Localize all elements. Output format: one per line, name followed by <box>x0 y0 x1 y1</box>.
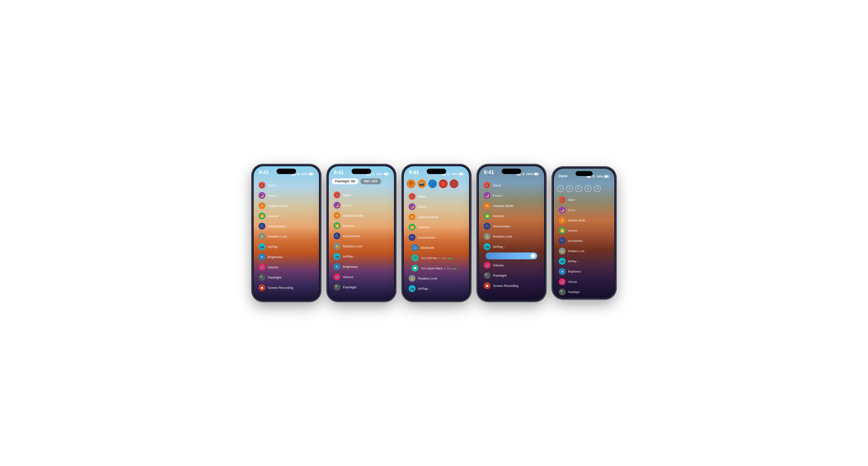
list-item[interactable]: 🌙 Focus › <box>407 202 466 212</box>
list-item[interactable]: 🔇 Silent <box>557 195 611 205</box>
list-item[interactable]: ✈ Airplane Mode <box>257 201 316 211</box>
phone-4-time: 9:41 <box>484 169 494 176</box>
list-item[interactable]: ☀ Brightness <box>557 267 611 276</box>
svg-point-32 <box>593 177 594 178</box>
volume-label: Volume <box>568 280 577 283</box>
silent-icon: 🔇 <box>559 196 566 203</box>
add-icon-4[interactable]: + <box>585 185 591 192</box>
accessories-icon: 🔌 <box>484 223 491 229</box>
brightness-slider-row[interactable] <box>484 252 539 259</box>
airplay-label: AirPlay › <box>343 255 355 258</box>
list-item[interactable]: 🔒 Rotation Lock <box>557 246 611 256</box>
list-item[interactable]: 📶 Internet › <box>407 222 466 232</box>
phone-5-screen: Done 100% + + + + + 🔇 Silent <box>554 169 614 297</box>
list-item[interactable]: ✈ Airplane Mode <box>557 215 611 225</box>
phone-3-screen: 9:41 100% ⏱ 📷 🔵 🔴 🎵 🔇 Silent <box>404 166 469 300</box>
list-item[interactable]: ✈ Airplane Mode <box>407 212 466 222</box>
list-item[interactable]: 🔊 Volume <box>557 277 611 287</box>
list-item[interactable]: 🔊 Volume <box>482 260 541 270</box>
svg-rect-27 <box>534 173 538 175</box>
accessories-icon: 🔌 <box>258 223 266 229</box>
list-item[interactable]: 📶 Internet › <box>482 211 541 221</box>
phone-3-top-row: ⏱ 📷 🔵 🔴 🎵 <box>407 178 466 189</box>
list-item[interactable]: 🌙 Focus › <box>482 191 541 200</box>
list-item[interactable]: 🔊 Volume <box>332 272 391 282</box>
list-item[interactable]: 📶 Internet › <box>257 211 316 221</box>
phone-2-dynamic-island <box>352 169 371 174</box>
brightness-slider[interactable] <box>486 252 537 259</box>
focus-label: Focus › <box>493 194 504 197</box>
internet-label: Internet › <box>418 225 431 229</box>
flashlight-label: Flashlight <box>268 276 281 279</box>
list-item[interactable]: 🔒 Rotation Lock <box>332 241 391 251</box>
list-item[interactable]: 🌙 Focus › <box>257 191 316 200</box>
airplane-label: Airplane Mode <box>568 219 585 222</box>
list-item[interactable]: 📶 Internet › <box>557 226 611 236</box>
add-icon-1[interactable]: + <box>557 185 564 192</box>
list-item[interactable]: ⌚ Tim's Apple Watch ✓ 95% <box>407 263 466 273</box>
phone-1-screen: 9:41 100% 🔇 Silent 🌙 Focus › <box>254 166 319 300</box>
add-icon-2[interactable]: + <box>566 185 573 192</box>
list-item[interactable]: ⏺ Screen Recording <box>257 283 316 292</box>
svg-rect-28 <box>587 176 588 178</box>
list-item[interactable]: 🔌 Accessories ∧ <box>407 232 466 242</box>
airplay-label: AirPlay › <box>268 245 280 249</box>
flashlight-icon: 🔦 <box>334 284 340 290</box>
brightness-icon: ☀ <box>334 263 340 270</box>
list-item[interactable]: 🔒 Rotation Lock <box>407 274 466 283</box>
list-item[interactable]: 📺 AirPlay › <box>257 242 316 251</box>
list-item[interactable]: ✈ Airplane Mode <box>482 201 541 211</box>
flashlight-icon: 🔦 <box>559 288 566 296</box>
phone-2-pills: Flashlight: ON WiFi: OFF <box>332 178 391 184</box>
list-item[interactable]: 📺 AirPlay › <box>407 284 466 293</box>
internet-label: Internet › <box>343 224 356 228</box>
list-item[interactable]: 🔦 Flashlight <box>482 271 541 280</box>
silent-icon: 🔇 <box>409 193 415 200</box>
list-item[interactable]: 📺 AirPlay › <box>332 251 391 261</box>
rotation-lock-label: Rotation Lock <box>418 277 437 280</box>
list-item[interactable]: 📺 AirPlay › <box>482 242 541 251</box>
accessories-label: Accessories › <box>343 234 362 238</box>
list-item[interactable]: ✈ Airplane Mode <box>332 211 391 220</box>
phone-5-dynamic-island <box>576 171 593 176</box>
list-item[interactable]: 🔇 Silent <box>332 190 391 200</box>
add-icon-5[interactable]: + <box>594 185 601 192</box>
list-item[interactable]: 🔌 Accessories › <box>257 221 316 231</box>
list-item[interactable]: 🌙 Focus › <box>557 205 611 215</box>
list-item[interactable]: 🔊 Volume <box>257 262 316 272</box>
list-item[interactable]: 🔇 Silent <box>257 180 316 190</box>
list-item[interactable]: ⬡ Bluetooth <box>407 243 466 252</box>
silent-icon: 🔇 <box>334 192 340 198</box>
list-item[interactable]: 🔌 Accessories › <box>482 221 541 231</box>
list-item[interactable]: 🔒 Rotation Lock <box>482 231 541 241</box>
list-item[interactable]: 🔌 Accessories › <box>332 231 391 241</box>
list-item[interactable]: 🔇 Silent <box>482 180 541 190</box>
phone-5: Done 100% + + + + + 🔇 Silent <box>552 167 616 299</box>
flashlight-icon: 🔦 <box>484 272 491 279</box>
brightness-thumb[interactable] <box>530 253 535 258</box>
list-item[interactable]: 🔦 Flashlight <box>557 287 611 297</box>
phone-3-time: 9:41 <box>409 169 419 176</box>
apple-watch-label: Tim's Apple Watch ✓ <box>421 267 446 270</box>
add-icon-3[interactable]: + <box>575 185 582 192</box>
list-item[interactable]: ☀ Brightness <box>257 252 316 262</box>
list-item[interactable]: ☀ Brightness <box>332 262 391 272</box>
list-item[interactable]: 🎧 Tim's AirPods ✓ 100% <box>407 253 466 263</box>
list-item[interactable]: ⏺ Screen Recording <box>482 281 541 290</box>
focus-icon: 🌙 <box>334 202 340 209</box>
focus-label: Focus › <box>343 204 353 207</box>
list-item[interactable]: 📺 AirPlay › <box>557 256 611 266</box>
camera-icon: 📷 <box>417 179 426 188</box>
list-item[interactable]: 🌙 Focus › <box>332 200 391 210</box>
list-item[interactable]: 🔦 Flashlight <box>257 273 316 282</box>
phone-5-done[interactable]: Done <box>559 174 567 178</box>
list-item[interactable]: 🔦 Flashlight <box>332 282 391 292</box>
volume-label: Volume <box>343 275 353 279</box>
timer-icon: ⏱ <box>407 179 415 188</box>
list-item[interactable]: 🔇 Silent <box>407 192 466 201</box>
list-item[interactable]: 🔒 Rotation Lock <box>257 231 316 241</box>
phone-3-dynamic-island <box>427 169 446 174</box>
silent-icon: 🔇 <box>484 182 491 189</box>
list-item[interactable]: 📶 Internet › <box>332 221 391 230</box>
list-item[interactable]: 🔌 Accessories › <box>557 236 611 246</box>
